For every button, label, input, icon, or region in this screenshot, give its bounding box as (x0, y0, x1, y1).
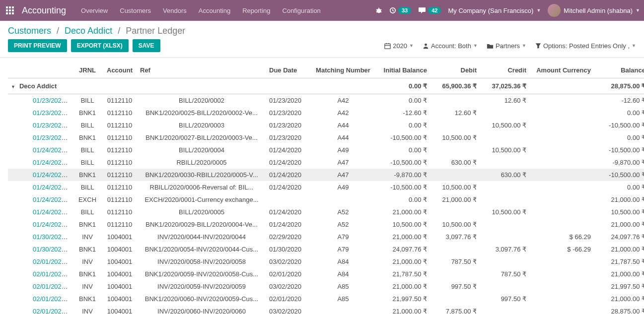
cell-jrnl: BILL (72, 144, 102, 156)
cell-jrnl: BNK1 (72, 169, 102, 181)
cell-jrnl: INV (72, 305, 102, 314)
col-due: Due Date (266, 63, 311, 78)
table-row[interactable]: 01/24/2020▼BNK10112110BNK1/2020/0029-BIL… (8, 218, 644, 231)
table-row[interactable]: 02/01/2020▼BNK11004001BNK1/2020/0060-INV… (8, 293, 644, 305)
cell-credit (480, 193, 529, 206)
options-filter[interactable]: Options: Posted Entries Only , ▼ (535, 42, 636, 50)
nav-overview[interactable]: Overview (76, 3, 113, 18)
cell-due: 02/01/2020 (266, 293, 311, 305)
entry-date-link[interactable]: 01/24/2020 (33, 196, 68, 203)
col-amtcur: Amount Currency (529, 63, 594, 78)
cell-match: A42 (311, 107, 375, 119)
cell-debit (430, 268, 480, 280)
entry-date-link[interactable]: 01/30/2020 (33, 233, 68, 241)
cell-due: 01/23/2020 (266, 94, 311, 107)
save-button[interactable]: SAVE (133, 39, 160, 52)
table-row[interactable]: 02/01/2020▼BNK11004001BNK1/2020/0059-INV… (8, 268, 644, 280)
group-row[interactable]: ▼Deco Addict 0.00 ₹ 65,900.36 ₹ 37,025.3… (8, 78, 644, 94)
messages-badge[interactable]: 42 (418, 7, 441, 14)
entry-date-link[interactable]: 01/23/2020 (33, 122, 68, 129)
cell-credit (480, 131, 529, 144)
table-row[interactable]: 01/24/2020▼BILL0112110BILL/2020/000501/2… (8, 206, 644, 218)
cell-match: A79 (311, 243, 375, 255)
entry-date-link[interactable]: 01/24/2020 (33, 171, 68, 179)
table-row[interactable]: 01/23/2020▼BNK10112110BNK1/2020/0025-BIL… (8, 107, 644, 119)
cell-match: A85 (311, 280, 375, 293)
collapse-icon: ▼ (11, 84, 15, 89)
table-row[interactable]: 01/24/2020▼BILL0112110BILL/2020/000401/2… (8, 144, 644, 156)
user-menu[interactable]: Mitchell Admin (shabna) ▼ (548, 4, 640, 17)
nav-customers[interactable]: Customers (115, 3, 156, 18)
cell-debit (430, 206, 480, 218)
svg-line-11 (376, 9, 377, 10)
activity-badge[interactable]: 33 (389, 7, 411, 14)
table-row[interactable]: 02/01/2020▼INV1004001INV/2020/0058-INV/2… (8, 255, 644, 268)
entry-date-link[interactable]: 01/24/2020 (33, 221, 68, 228)
nav-configuration[interactable]: Configuration (278, 3, 326, 18)
nav-vendors[interactable]: Vendors (158, 3, 192, 18)
entry-date-link[interactable]: 01/23/2020 (33, 109, 68, 117)
entry-date-link[interactable]: 02/01/2020 (33, 308, 68, 314)
entry-date-link[interactable]: 01/23/2020 (33, 134, 68, 141)
cell-account: 0112110 (102, 131, 137, 144)
account-filter[interactable]: Account: Both ▼ (423, 42, 478, 50)
table-row[interactable]: 01/24/2020▼BILL0112110RBILL/2020/000501/… (8, 156, 644, 169)
cell-amtcur (529, 193, 594, 206)
table-row[interactable]: 01/24/2020▼EXCH0112110EXCH/2020/0001-Cur… (8, 193, 644, 206)
entry-date-link[interactable]: 01/24/2020 (33, 146, 68, 154)
cell-debit (430, 119, 480, 131)
table-row[interactable]: 01/30/2020▼INV1004001INV/2020/0044-INV/2… (8, 231, 644, 243)
cell-amtcur (529, 144, 594, 156)
cell-jrnl: BNK1 (72, 268, 102, 280)
apps-icon[interactable] (4, 4, 16, 16)
export-xlsx-button[interactable]: EXPORT (XLSX) (71, 39, 129, 52)
entry-date-link[interactable]: 01/23/2020 (33, 97, 68, 104)
table-row[interactable]: 01/23/2020▼BILL0112110BILL/2020/000201/2… (8, 94, 644, 107)
svg-rect-0 (6, 6, 8, 8)
entry-date-link[interactable]: 01/30/2020 (33, 246, 68, 253)
cell-init: 0.00 ₹ (375, 94, 430, 107)
table-row[interactable]: 01/24/2020▼BILL0112110RBILL/2020/0006-Re… (8, 181, 644, 193)
entry-date-link[interactable]: 02/01/2020 (33, 283, 68, 290)
cell-credit (480, 231, 529, 243)
entry-date-link[interactable]: 02/01/2020 (33, 295, 68, 303)
cell-amtcur (529, 131, 594, 144)
caret-down-icon: ▼ (409, 43, 414, 48)
entry-date-link[interactable]: 01/24/2020 (33, 184, 68, 191)
company-switcher[interactable]: My Company (San Francisco) ▼ (448, 7, 541, 14)
table-row[interactable]: 01/23/2020▼BILL0112110BILL/2020/000301/2… (8, 119, 644, 131)
entry-date-link[interactable]: 01/24/2020 (33, 208, 68, 216)
table-row[interactable]: 01/30/2020▼BNK11004001BNK1/2020/0054-INV… (8, 243, 644, 255)
cell-credit (480, 255, 529, 268)
col-account: Account (102, 63, 137, 78)
nav-reporting[interactable]: Reporting (237, 3, 275, 18)
cell-amtcur (529, 218, 594, 231)
breadcrumb-partner[interactable]: Deco Addict (65, 26, 112, 36)
cell-amtcur (529, 169, 594, 181)
cell-ref: BILL/2020/0002 (137, 94, 266, 107)
cell-amtcur (529, 268, 594, 280)
breadcrumb-customers[interactable]: Customers (8, 26, 51, 36)
cell-amtcur: $ -66.29 (529, 243, 594, 255)
print-preview-button[interactable]: PRINT PREVIEW (8, 39, 67, 52)
cell-debit (430, 169, 480, 181)
cell-amtcur (529, 107, 594, 119)
cell-due: 03/02/2020 (266, 305, 311, 314)
partners-filter[interactable]: Partners ▼ (487, 42, 526, 50)
entry-date-link[interactable]: 01/24/2020 (33, 159, 68, 166)
cell-account: 0112110 (102, 206, 137, 218)
debug-icon[interactable] (375, 7, 382, 14)
table-row[interactable]: 01/24/2020▼BNK10112110BNK1/2020/0030-RBI… (8, 169, 644, 181)
date-filter[interactable]: 2020 ▼ (384, 42, 414, 50)
cell-debit (430, 144, 480, 156)
table-row[interactable]: 02/01/2020▼INV1004001INV/2020/0060-INV/2… (8, 305, 644, 314)
entry-date-link[interactable]: 02/01/2020 (33, 258, 68, 265)
caret-down-icon: ▼ (636, 8, 640, 13)
cell-init: -9,870.00 ₹ (375, 169, 430, 181)
cell-debit: 630.00 ₹ (430, 156, 480, 169)
table-header-row: JRNL Account Ref Due Date Matching Numbe… (8, 63, 644, 78)
nav-accounting[interactable]: Accounting (194, 3, 235, 18)
table-row[interactable]: 02/01/2020▼INV1004001INV/2020/0059-INV/2… (8, 280, 644, 293)
table-row[interactable]: 01/23/2020▼BNK10112110BNK1/2020/0027-BIL… (8, 131, 644, 144)
entry-date-link[interactable]: 02/01/2020 (33, 270, 68, 278)
